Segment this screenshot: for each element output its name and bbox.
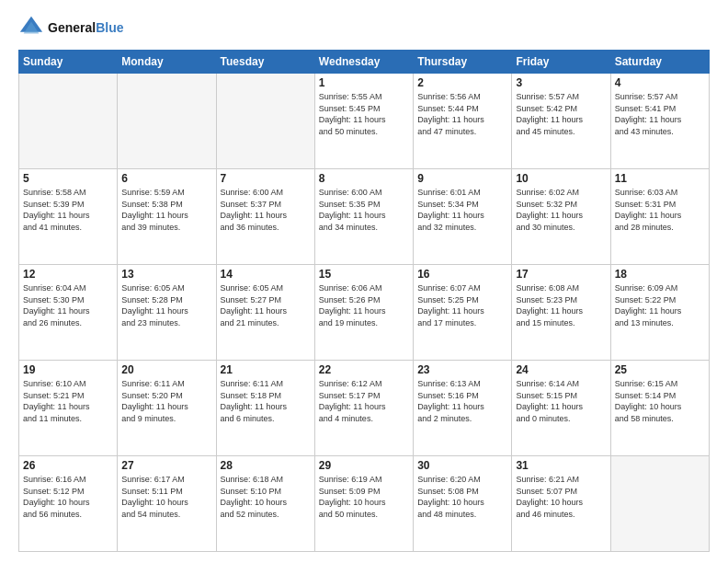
day-cell-15: 15Sunrise: 6:06 AM Sunset: 5:26 PM Dayli… [314,265,413,361]
day-info: Sunrise: 6:06 AM Sunset: 5:26 PM Dayligh… [319,282,409,328]
day-info: Sunrise: 6:10 AM Sunset: 5:21 PM Dayligh… [23,378,113,424]
day-number: 12 [23,268,113,281]
day-cell-11: 11Sunrise: 6:03 AM Sunset: 5:31 PM Dayli… [610,169,709,265]
day-info: Sunrise: 6:11 AM Sunset: 5:20 PM Dayligh… [121,378,211,424]
weekday-header-wednesday: Wednesday [314,51,413,74]
day-info: Sunrise: 6:00 AM Sunset: 5:37 PM Dayligh… [221,187,311,233]
day-number: 5 [23,172,113,185]
day-info: Sunrise: 5:56 AM Sunset: 5:44 PM Dayligh… [417,91,507,137]
day-number: 23 [417,363,507,376]
day-cell-14: 14Sunrise: 6:05 AM Sunset: 5:27 PM Dayli… [216,265,314,361]
day-number: 15 [319,268,409,281]
empty-cell [19,74,118,169]
day-info: Sunrise: 6:16 AM Sunset: 5:12 PM Dayligh… [23,474,113,520]
day-cell-12: 12Sunrise: 6:04 AM Sunset: 5:30 PM Dayli… [19,265,118,361]
day-cell-18: 18Sunrise: 6:09 AM Sunset: 5:22 PM Dayli… [610,265,709,361]
empty-cell [118,74,216,169]
day-cell-22: 22Sunrise: 6:12 AM Sunset: 5:17 PM Dayli… [314,361,413,456]
day-number: 27 [121,459,211,472]
day-number: 7 [221,172,311,185]
page: GeneralBlue SundayMondayTuesdayWednesday… [0,0,728,563]
day-cell-1: 1Sunrise: 5:55 AM Sunset: 5:45 PM Daylig… [314,74,413,169]
empty-cell [216,74,314,169]
day-number: 6 [121,172,211,185]
day-cell-29: 29Sunrise: 6:19 AM Sunset: 5:09 PM Dayli… [314,456,413,552]
day-cell-13: 13Sunrise: 6:05 AM Sunset: 5:28 PM Dayli… [118,265,216,361]
day-number: 9 [417,172,507,185]
day-cell-9: 9Sunrise: 6:01 AM Sunset: 5:34 PM Daylig… [414,169,512,265]
day-number: 22 [319,363,409,376]
day-info: Sunrise: 6:15 AM Sunset: 5:14 PM Dayligh… [615,378,705,424]
day-cell-2: 2Sunrise: 5:56 AM Sunset: 5:44 PM Daylig… [414,74,512,169]
day-cell-24: 24Sunrise: 6:14 AM Sunset: 5:15 PM Dayli… [512,361,610,456]
day-cell-5: 5Sunrise: 5:58 AM Sunset: 5:39 PM Daylig… [19,169,118,265]
day-number: 3 [516,76,606,89]
day-number: 20 [121,363,211,376]
day-number: 25 [615,363,705,376]
calendar-table: SundayMondayTuesdayWednesdayThursdayFrid… [18,50,710,552]
day-cell-28: 28Sunrise: 6:18 AM Sunset: 5:10 PM Dayli… [216,456,314,552]
day-number: 8 [319,172,409,185]
day-number: 11 [615,172,705,185]
weekday-header-saturday: Saturday [610,51,709,74]
day-cell-25: 25Sunrise: 6:15 AM Sunset: 5:14 PM Dayli… [610,361,709,456]
day-info: Sunrise: 5:59 AM Sunset: 5:38 PM Dayligh… [121,187,211,233]
weekday-header-monday: Monday [118,51,216,74]
day-info: Sunrise: 6:19 AM Sunset: 5:09 PM Dayligh… [319,474,409,520]
day-info: Sunrise: 6:18 AM Sunset: 5:10 PM Dayligh… [221,474,311,520]
day-number: 31 [516,459,606,472]
day-number: 18 [615,268,705,281]
day-info: Sunrise: 6:13 AM Sunset: 5:16 PM Dayligh… [417,378,507,424]
day-info: Sunrise: 6:17 AM Sunset: 5:11 PM Dayligh… [121,474,211,520]
day-info: Sunrise: 6:03 AM Sunset: 5:31 PM Dayligh… [615,187,705,233]
weekday-header-row: SundayMondayTuesdayWednesdayThursdayFrid… [19,51,710,74]
day-info: Sunrise: 6:01 AM Sunset: 5:34 PM Dayligh… [417,187,507,233]
day-info: Sunrise: 6:04 AM Sunset: 5:30 PM Dayligh… [23,282,113,328]
day-info: Sunrise: 6:20 AM Sunset: 5:08 PM Dayligh… [417,474,507,520]
day-info: Sunrise: 6:14 AM Sunset: 5:15 PM Dayligh… [516,378,606,424]
week-row-1: 1Sunrise: 5:55 AM Sunset: 5:45 PM Daylig… [19,74,710,169]
weekday-header-friday: Friday [512,51,610,74]
day-info: Sunrise: 5:55 AM Sunset: 5:45 PM Dayligh… [319,91,409,137]
week-row-3: 12Sunrise: 6:04 AM Sunset: 5:30 PM Dayli… [19,265,710,361]
day-number: 28 [221,459,311,472]
day-cell-16: 16Sunrise: 6:07 AM Sunset: 5:25 PM Dayli… [414,265,512,361]
day-info: Sunrise: 6:07 AM Sunset: 5:25 PM Dayligh… [417,282,507,328]
day-info: Sunrise: 6:05 AM Sunset: 5:27 PM Dayligh… [221,282,311,328]
weekday-header-sunday: Sunday [19,51,118,74]
day-number: 21 [221,363,311,376]
weekday-header-tuesday: Tuesday [216,51,314,74]
day-cell-23: 23Sunrise: 6:13 AM Sunset: 5:16 PM Dayli… [414,361,512,456]
day-number: 14 [221,268,311,281]
day-number: 2 [417,76,507,89]
day-cell-30: 30Sunrise: 6:20 AM Sunset: 5:08 PM Dayli… [414,456,512,552]
week-row-4: 19Sunrise: 6:10 AM Sunset: 5:21 PM Dayli… [19,361,710,456]
day-info: Sunrise: 6:09 AM Sunset: 5:22 PM Dayligh… [615,282,705,328]
day-number: 17 [516,268,606,281]
day-number: 4 [615,76,705,89]
day-info: Sunrise: 5:58 AM Sunset: 5:39 PM Dayligh… [23,187,113,233]
logo: GeneralBlue [18,15,123,40]
day-number: 26 [23,459,113,472]
day-number: 30 [417,459,507,472]
day-cell-19: 19Sunrise: 6:10 AM Sunset: 5:21 PM Dayli… [19,361,118,456]
day-cell-7: 7Sunrise: 6:00 AM Sunset: 5:37 PM Daylig… [216,169,314,265]
logo-text: GeneralBlue [48,20,123,35]
day-cell-21: 21Sunrise: 6:11 AM Sunset: 5:18 PM Dayli… [216,361,314,456]
day-cell-27: 27Sunrise: 6:17 AM Sunset: 5:11 PM Dayli… [118,456,216,552]
day-info: Sunrise: 5:57 AM Sunset: 5:41 PM Dayligh… [615,91,705,137]
day-info: Sunrise: 6:21 AM Sunset: 5:07 PM Dayligh… [516,474,606,520]
day-info: Sunrise: 6:11 AM Sunset: 5:18 PM Dayligh… [221,378,311,424]
day-number: 19 [23,363,113,376]
day-number: 1 [319,76,409,89]
day-info: Sunrise: 6:08 AM Sunset: 5:23 PM Dayligh… [516,282,606,328]
day-number: 13 [121,268,211,281]
logo-icon [18,15,44,40]
day-number: 16 [417,268,507,281]
day-cell-10: 10Sunrise: 6:02 AM Sunset: 5:32 PM Dayli… [512,169,610,265]
day-cell-17: 17Sunrise: 6:08 AM Sunset: 5:23 PM Dayli… [512,265,610,361]
day-info: Sunrise: 6:00 AM Sunset: 5:35 PM Dayligh… [319,187,409,233]
day-info: Sunrise: 6:02 AM Sunset: 5:32 PM Dayligh… [516,187,606,233]
day-info: Sunrise: 6:12 AM Sunset: 5:17 PM Dayligh… [319,378,409,424]
day-cell-8: 8Sunrise: 6:00 AM Sunset: 5:35 PM Daylig… [314,169,413,265]
